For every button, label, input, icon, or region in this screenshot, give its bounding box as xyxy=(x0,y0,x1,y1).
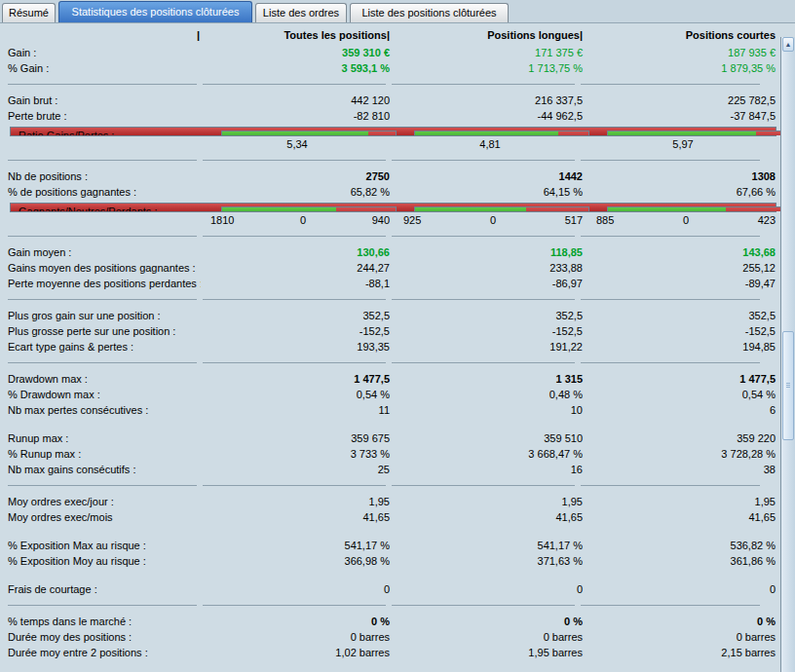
tab-statistiques-positions-cloturees[interactable]: Statistiques des positions clôturées xyxy=(58,1,252,22)
value-text: 4,81 xyxy=(479,138,500,150)
ratio-bar-cell xyxy=(211,204,404,211)
value-text: 1,95 barres xyxy=(528,647,583,658)
value-cell: -152,5 xyxy=(201,323,394,339)
table-row: % Drawdown max :0,54 %0,48 %0,54 % xyxy=(0,387,780,402)
value-text: 5,34 xyxy=(286,138,307,150)
value-cell: 359 510 xyxy=(394,430,587,446)
value-text: 38 xyxy=(764,464,776,475)
value-cell: 359 310 € xyxy=(201,45,394,60)
value-text: 0 barres xyxy=(737,631,776,643)
row-label: Frais de courtage : xyxy=(0,581,201,597)
gain-loss-bar xyxy=(607,131,782,135)
row-label: Perte moyenne des positions perdantes : xyxy=(0,276,201,291)
row-label: % de positions gagnantes : xyxy=(0,184,201,200)
tab-resume[interactable]: Résumé xyxy=(2,3,56,22)
value-text: 193,35 xyxy=(357,341,390,353)
row-label: Durée moy des positions : xyxy=(0,629,201,645)
value-cell: 361,86 % xyxy=(587,553,779,569)
value-cell: 65,82 % xyxy=(201,184,394,200)
bar-left-value: 885 xyxy=(596,212,614,228)
section-divider xyxy=(0,605,780,606)
value-text: 442 120 xyxy=(351,94,390,106)
column-header-toutes-les-positions: Toutes les positions| xyxy=(201,27,394,43)
row-label xyxy=(0,212,201,228)
value-cell: 0 xyxy=(201,581,394,597)
value-cell: 5,97 xyxy=(587,136,779,152)
value-text: 1 713,75 % xyxy=(528,62,583,74)
section-divider xyxy=(0,160,780,161)
value-cell: 2750 xyxy=(201,168,394,184)
ratio-bar-cell xyxy=(597,204,790,211)
value-cell: -37 847,5 xyxy=(587,108,779,124)
value-text: 118,85 xyxy=(550,246,583,258)
gain-loss-bar xyxy=(221,131,397,135)
gain-portion xyxy=(415,131,558,135)
value-cell: 233,88 xyxy=(394,260,587,276)
value-cell: 0 barres xyxy=(587,629,779,645)
row-label: Drawdown max : xyxy=(0,371,201,387)
header-caret: | xyxy=(0,27,201,43)
value-cell: 64,15 % xyxy=(394,184,587,200)
arrow-up-icon: ▲ xyxy=(785,41,792,48)
value-text: -37 847,5 xyxy=(731,110,776,122)
value-cell: 5,34 xyxy=(201,136,394,152)
row-label: Plus gros gain sur une position : xyxy=(0,308,201,323)
scrollbar-thumb[interactable] xyxy=(782,331,794,440)
row-label: Gains moyen des positions gagnantes : xyxy=(0,260,201,276)
value-text: 1 477,5 xyxy=(354,373,390,385)
row-label: % temps dans le marché : xyxy=(0,614,201,629)
tab-liste-des-ordres[interactable]: Liste des ordres xyxy=(255,3,347,22)
value-text: 10 xyxy=(571,404,583,416)
value-text: 0 xyxy=(577,583,583,595)
value-cell: 1 713,75 % xyxy=(394,60,587,76)
statistics-rows: Gain :359 310 €171 375 €187 935 €% Gain … xyxy=(0,45,780,660)
value-cell: 541,17 % xyxy=(201,538,394,553)
value-text: 3 733 % xyxy=(351,448,390,460)
bar-middle-value: 0 xyxy=(490,212,496,228)
value-cell: 536,82 % xyxy=(587,538,779,553)
value-cell: 216 337,5 xyxy=(394,93,587,108)
value-cell: 371,63 % xyxy=(394,553,587,569)
gain-loss-bar xyxy=(414,131,589,135)
value-cell: 3 593,1 % xyxy=(201,60,394,76)
value-text: -88,1 xyxy=(365,278,390,289)
value-text: 0,48 % xyxy=(549,389,583,400)
value-cell: 0 xyxy=(394,581,587,597)
gain-portion xyxy=(222,207,336,211)
table-row: Gains moyen des positions gagnantes :244… xyxy=(0,260,780,276)
value-text: 194,85 xyxy=(742,341,776,353)
value-cell: 366,98 % xyxy=(201,553,394,569)
value-text: 41,65 xyxy=(555,511,583,523)
value-text: 1,95 xyxy=(562,496,583,507)
gain-loss-bar xyxy=(414,206,589,211)
value-cell: 38 xyxy=(587,462,779,477)
value-cell: 0 xyxy=(587,581,779,597)
row-label: Nb max gains consécutifs : xyxy=(0,462,201,477)
value-text: 64,15 % xyxy=(544,186,583,198)
bar-left-value: 925 xyxy=(403,212,421,228)
value-cell: 41,65 xyxy=(394,509,587,525)
value-text: 0 % xyxy=(564,616,583,627)
tab-liste-positions-cloturees[interactable]: Liste des positions clôturées xyxy=(350,3,509,22)
value-cell: 359 220 xyxy=(587,430,779,446)
value-cell: 0,54 % xyxy=(587,387,779,402)
value-cell: 359 675 xyxy=(201,430,394,446)
vertical-scrollbar[interactable]: ▲ xyxy=(780,37,795,672)
value-cell: 1308 xyxy=(587,168,779,184)
value-cell: 191,22 xyxy=(394,339,587,355)
value-cell: -152,5 xyxy=(587,323,779,339)
value-text: 359 310 € xyxy=(342,47,390,58)
value-text: 130,66 xyxy=(357,246,390,258)
gain-portion xyxy=(608,131,756,135)
row-label: % Gain : xyxy=(0,60,201,76)
scroll-up-button[interactable]: ▲ xyxy=(782,37,794,52)
value-cell: 3 728,28 % xyxy=(587,446,779,462)
value-text: 1308 xyxy=(752,170,776,182)
value-cell: 2,15 barres xyxy=(587,645,779,660)
row-label: Moy ordres exec/jour : xyxy=(0,494,201,509)
value-text: 6 xyxy=(770,404,776,416)
row-label: % Exposition Max au risque : xyxy=(0,538,201,553)
value-text: -152,5 xyxy=(552,325,583,337)
value-text: 0 % xyxy=(371,616,390,627)
value-text: 1,95 xyxy=(755,496,776,507)
